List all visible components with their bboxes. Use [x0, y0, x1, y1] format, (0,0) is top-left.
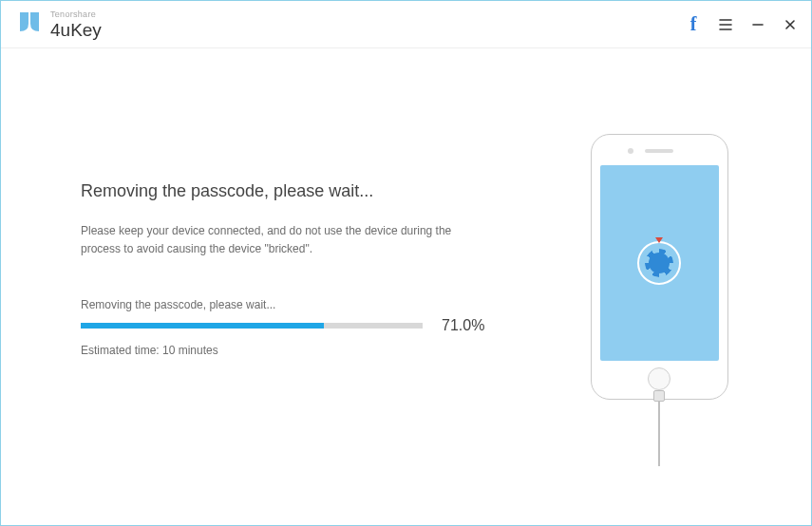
device-illustration [583, 134, 735, 466]
progress-percent: 71.0% [442, 317, 484, 334]
progress-fill [81, 323, 324, 329]
brand: Tenorshare 4uKey [18, 10, 102, 39]
content-area: Removing the passcode, please wait... Pl… [1, 48, 811, 525]
facebook-icon[interactable]: f [686, 17, 701, 32]
progress-pane: Removing the passcode, please wait... Pl… [81, 181, 489, 357]
progress-row: 71.0% [81, 317, 489, 334]
phone-icon [591, 134, 728, 400]
brand-company: Tenorshare [50, 10, 102, 19]
app-window: Tenorshare 4uKey f Removing the passcode… [0, 0, 812, 526]
processing-spinner-icon [637, 241, 681, 285]
page-description: Please keep your device connected, and d… [81, 222, 461, 258]
cable-icon [658, 400, 660, 466]
titlebar: Tenorshare 4uKey f [1, 1, 811, 48]
logo-icon [18, 10, 41, 39]
phone-home-button-icon [648, 367, 670, 390]
progress-bar [81, 323, 423, 329]
phone-camera-icon [628, 148, 633, 154]
close-icon[interactable] [783, 17, 798, 32]
phone-screen [600, 165, 719, 361]
brand-product: 4uKey [50, 21, 102, 39]
phone-speaker-icon [645, 149, 673, 153]
minimize-icon[interactable] [750, 17, 765, 32]
titlebar-actions: f [686, 17, 798, 32]
page-heading: Removing the passcode, please wait... [81, 181, 489, 201]
progress-status: Removing the passcode, please wait... [81, 298, 489, 311]
menu-icon[interactable] [718, 17, 733, 32]
progress-estimate: Estimated time: 10 minutes [81, 344, 489, 357]
